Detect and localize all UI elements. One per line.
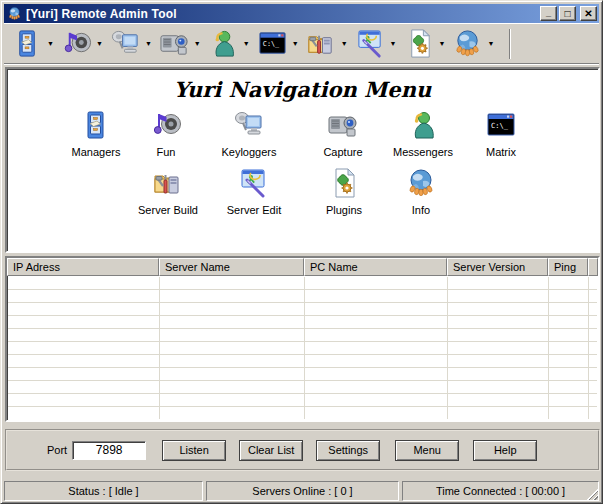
nav-item-label: Server Edit bbox=[206, 204, 302, 216]
file-cabinet-icon bbox=[80, 109, 112, 141]
nav-item-matrix[interactable]: Matrix bbox=[453, 109, 549, 158]
chevron-down-icon[interactable]: ▼ bbox=[47, 40, 54, 47]
camcorder-icon[interactable] bbox=[159, 28, 190, 59]
nav-item-keyloggers[interactable]: Keyloggers bbox=[201, 109, 297, 158]
status-bar: Status : [ Idle ] Servers Online : [ 0 ]… bbox=[4, 481, 599, 501]
chevron-down-icon[interactable]: ▼ bbox=[341, 40, 348, 47]
chevron-down-icon[interactable]: ▼ bbox=[243, 40, 250, 47]
nav-item-info[interactable]: Info bbox=[373, 167, 469, 216]
status-segment: Status : [ Idle ] bbox=[4, 481, 203, 501]
nav-item-label: Info bbox=[373, 204, 469, 216]
nav-item-label: Matrix bbox=[453, 146, 549, 158]
file-cabinet-icon[interactable] bbox=[12, 28, 43, 59]
settings-button[interactable]: Settings bbox=[316, 440, 380, 461]
toolbar-item-capture[interactable]: ▼ bbox=[159, 28, 201, 59]
toolbar-item-server-edit[interactable]: ▼ bbox=[355, 28, 397, 59]
console-window-icon[interactable] bbox=[257, 28, 288, 59]
toolbar: ▼ ▼ ▼ ▼ ▼ ▼ ▼ ▼ bbox=[4, 23, 599, 64]
column-header-filler bbox=[588, 258, 598, 276]
help-button[interactable]: Help bbox=[473, 440, 537, 461]
menu-button[interactable]: Menu bbox=[395, 440, 459, 461]
document-gears-icon[interactable] bbox=[404, 28, 435, 59]
satellite-monitor-icon bbox=[233, 109, 265, 141]
messenger-person-icon[interactable] bbox=[208, 28, 239, 59]
servers-online-segment: Servers Online : [ 0 ] bbox=[206, 481, 399, 501]
nav-item-fun[interactable]: Fun bbox=[118, 109, 214, 158]
document-gears-icon bbox=[328, 167, 360, 199]
chevron-down-icon[interactable]: ▼ bbox=[439, 40, 446, 47]
toolbar-item-fun[interactable]: ▼ bbox=[61, 28, 103, 59]
messenger-person-icon bbox=[407, 109, 439, 141]
toolbar-item-plugins[interactable]: ▼ bbox=[404, 28, 446, 59]
list-body[interactable] bbox=[8, 277, 597, 419]
time-connected-segment: Time Connected : [ 00:00 ] bbox=[402, 481, 599, 501]
folder-tools-icon[interactable] bbox=[306, 28, 337, 59]
chevron-down-icon[interactable]: ▼ bbox=[292, 40, 299, 47]
port-input[interactable] bbox=[72, 441, 146, 460]
nav-item-server-edit[interactable]: Server Edit bbox=[206, 167, 302, 216]
listen-button[interactable]: Listen bbox=[162, 440, 226, 461]
nav-item-label: Server Build bbox=[120, 204, 216, 216]
title-bar[interactable]: [Yuri] Remote Admin Tool _ □ ✕ bbox=[4, 4, 599, 23]
nav-item-server-build[interactable]: Server Build bbox=[120, 167, 216, 216]
chevron-down-icon[interactable]: ▼ bbox=[96, 40, 103, 47]
magic-wand-screen-icon bbox=[238, 167, 270, 199]
toolbar-item-info[interactable]: ▼ bbox=[452, 28, 494, 59]
clear-list-button[interactable]: Clear List bbox=[239, 440, 303, 461]
chevron-down-icon[interactable]: ▼ bbox=[390, 40, 397, 47]
nav-menu-title: Yuri Navigation Menu bbox=[7, 77, 598, 102]
folder-tools-icon bbox=[152, 167, 184, 199]
port-label: Port bbox=[47, 444, 67, 456]
chevron-down-icon[interactable]: ▼ bbox=[145, 40, 152, 47]
minimize-button[interactable]: _ bbox=[540, 6, 557, 21]
navigation-panel: Yuri Navigation Menu Managers Fun Keylog… bbox=[5, 67, 600, 253]
camcorder-icon bbox=[327, 109, 359, 141]
column-header-server-version[interactable]: Server Version bbox=[447, 258, 548, 276]
nav-item-label: Fun bbox=[118, 146, 214, 158]
column-gridline bbox=[588, 277, 589, 419]
chevron-down-icon[interactable]: ▼ bbox=[194, 40, 201, 47]
console-window-icon bbox=[485, 109, 517, 141]
column-gridline bbox=[159, 277, 160, 419]
column-header-server-name[interactable]: Server Name bbox=[159, 258, 304, 276]
toolbar-item-messengers[interactable]: ▼ bbox=[208, 28, 250, 59]
nav-item-label: Keyloggers bbox=[201, 146, 297, 158]
column-header-ip-adress[interactable]: IP Adress bbox=[7, 258, 159, 276]
satellite-monitor-icon[interactable] bbox=[110, 28, 141, 59]
column-gridline bbox=[304, 277, 305, 419]
globe-hands-icon bbox=[405, 167, 437, 199]
music-speaker-icon bbox=[150, 109, 182, 141]
column-header-ping[interactable]: Ping bbox=[548, 258, 588, 276]
column-gridline bbox=[548, 277, 549, 419]
music-speaker-icon[interactable] bbox=[61, 28, 92, 59]
toolbar-item-server-build[interactable]: ▼ bbox=[306, 28, 348, 59]
server-list: IP Adress Server Name PC Name Server Ver… bbox=[5, 256, 600, 422]
toolbar-item-keyloggers[interactable]: ▼ bbox=[110, 28, 152, 59]
column-header-pc-name[interactable]: PC Name bbox=[304, 258, 447, 276]
maximize-button[interactable]: □ bbox=[559, 6, 576, 21]
toolbar-item-managers[interactable]: ▼ bbox=[12, 28, 54, 59]
app-globe-icon bbox=[7, 6, 22, 21]
window-title: [Yuri] Remote Admin Tool bbox=[26, 7, 538, 21]
column-gridline bbox=[447, 277, 448, 419]
globe-hands-icon[interactable] bbox=[452, 28, 483, 59]
close-button[interactable]: ✕ bbox=[580, 6, 597, 21]
toolbar-item-matrix[interactable]: ▼ bbox=[257, 28, 299, 59]
list-header: IP Adress Server Name PC Name Server Ver… bbox=[7, 258, 598, 276]
app-window: [Yuri] Remote Admin Tool _ □ ✕ ▼ ▼ ▼ ▼ ▼… bbox=[0, 0, 603, 504]
magic-wand-screen-icon[interactable] bbox=[355, 28, 386, 59]
control-panel: Port Listen Clear List Settings Menu Hel… bbox=[5, 429, 600, 471]
toolbar-separator bbox=[509, 29, 511, 59]
chevron-down-icon[interactable]: ▼ bbox=[487, 40, 494, 47]
